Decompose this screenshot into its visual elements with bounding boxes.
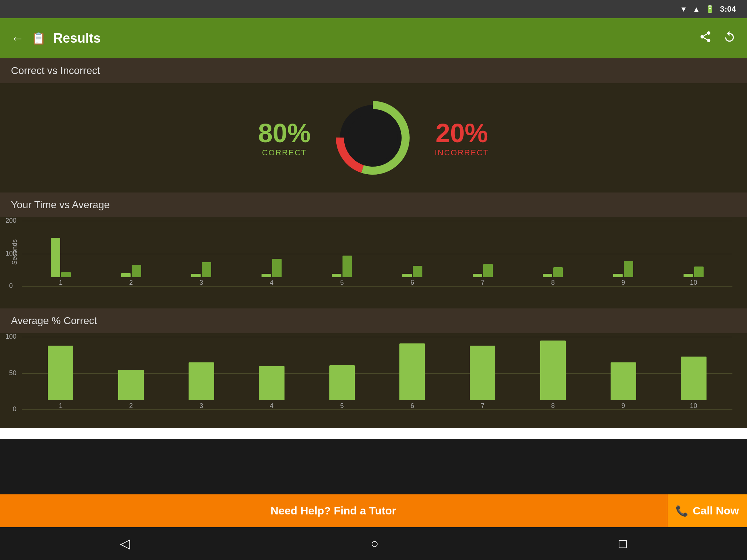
avg-bar-group: 1 bbox=[26, 337, 96, 410]
time-user-bar bbox=[543, 274, 552, 277]
page-title: Results bbox=[53, 31, 101, 46]
time-chart-area: Seconds 200 100 0 12345678910 bbox=[22, 221, 732, 301]
battery-icon: 🔋 bbox=[705, 5, 715, 13]
incorrect-label: INCORRECT bbox=[435, 148, 489, 158]
call-now-button[interactable]: 📞 Call Now bbox=[667, 494, 747, 527]
time-bar-group: 1 bbox=[26, 221, 96, 287]
avg-bar bbox=[48, 346, 73, 400]
time-bar-group: 8 bbox=[518, 221, 588, 287]
time-bar-label: 7 bbox=[481, 279, 484, 287]
home-nav-button[interactable]: ○ bbox=[371, 536, 379, 551]
time-user-bar bbox=[684, 274, 693, 277]
svg-point-3 bbox=[348, 113, 398, 163]
time-bar-group: 4 bbox=[236, 221, 307, 287]
find-tutor-text: Need Help? Find a Tutor bbox=[271, 505, 396, 517]
avg-bar-label: 5 bbox=[340, 402, 344, 410]
back-button[interactable]: ← bbox=[11, 31, 24, 46]
avg-bar-group: 7 bbox=[448, 337, 518, 410]
time-bar-label: 1 bbox=[59, 279, 62, 287]
time-user-bar bbox=[332, 274, 341, 277]
avg-bar bbox=[399, 343, 425, 400]
avg-bar bbox=[259, 366, 285, 400]
avg-bar-group: 10 bbox=[658, 337, 729, 410]
avg-bar bbox=[189, 362, 214, 400]
avg-gridline-100: 100 bbox=[5, 333, 16, 341]
time-chart-header: Your Time vs Average bbox=[0, 192, 747, 217]
incorrect-stat: 20% INCORRECT bbox=[435, 118, 489, 158]
avg-chart-area: 100 50 0 12345678910 bbox=[22, 337, 732, 424]
find-tutor-banner[interactable]: Need Help? Find a Tutor bbox=[0, 505, 667, 517]
avg-bar-group: 3 bbox=[166, 337, 237, 410]
time-bar-label: 9 bbox=[622, 279, 625, 287]
wifi-icon: ▼ bbox=[680, 5, 687, 13]
time-user-bar bbox=[402, 274, 412, 277]
time-bar-group: 10 bbox=[658, 221, 729, 287]
avg-bar-group: 9 bbox=[588, 337, 658, 410]
avg-bar-label: 8 bbox=[551, 402, 555, 410]
avg-bar bbox=[540, 341, 566, 400]
time-bar-label: 2 bbox=[129, 279, 133, 287]
avg-bar bbox=[329, 365, 355, 400]
donut-section: 80% CORRECT 20% INCORRECT bbox=[0, 83, 747, 192]
redo-button[interactable] bbox=[723, 30, 736, 47]
time-bar-group: 6 bbox=[377, 221, 448, 287]
avg-bar bbox=[470, 346, 495, 400]
time-chart-section: Seconds 200 100 0 12345678910 bbox=[0, 217, 747, 308]
time-avg-bar bbox=[694, 267, 704, 277]
correct-incorrect-header: Correct vs Incorrect bbox=[0, 58, 747, 83]
donut-chart bbox=[333, 98, 413, 178]
time-bar-group: 2 bbox=[96, 221, 166, 287]
avg-bar-group: 6 bbox=[377, 337, 448, 410]
gridline-100: 100 bbox=[5, 250, 16, 257]
avg-bar-group: 5 bbox=[307, 337, 377, 410]
time-bar-label: 5 bbox=[340, 279, 344, 287]
avg-chart-section: 100 50 0 12345678910 bbox=[0, 333, 747, 428]
results-icon: 📋 bbox=[31, 31, 46, 45]
time-avg-bar bbox=[483, 264, 493, 277]
correct-stat: 80% CORRECT bbox=[258, 118, 311, 158]
time-bar-label: 4 bbox=[270, 279, 274, 287]
avg-bar-label: 4 bbox=[270, 402, 274, 410]
gridline-200: 200 bbox=[5, 217, 16, 225]
time-avg-bar bbox=[553, 267, 563, 277]
avg-bar-label: 1 bbox=[59, 402, 62, 410]
avg-gridline-0: 0 bbox=[13, 405, 16, 413]
app-bar: ← 📋 Results bbox=[0, 18, 747, 58]
avg-bar bbox=[611, 362, 636, 400]
white-gap bbox=[0, 428, 747, 439]
time-user-bar bbox=[473, 274, 482, 277]
time-bar-group: 9 bbox=[588, 221, 658, 287]
correct-label: CORRECT bbox=[258, 148, 311, 158]
back-nav-button[interactable]: ◁ bbox=[120, 536, 130, 551]
phone-icon: 📞 bbox=[676, 505, 688, 517]
time-bar-group: 5 bbox=[307, 221, 377, 287]
time-avg-bar bbox=[413, 266, 422, 277]
time-user-bar bbox=[613, 274, 623, 277]
status-time: 3:04 bbox=[720, 4, 736, 14]
share-button[interactable] bbox=[699, 30, 712, 47]
time-avg-bar bbox=[61, 272, 71, 277]
time-bar-group: 3 bbox=[166, 221, 237, 287]
time-bar-label: 3 bbox=[200, 279, 203, 287]
avg-bar bbox=[681, 357, 707, 400]
nav-bar: ◁ ○ □ bbox=[0, 527, 747, 560]
avg-bar bbox=[118, 370, 144, 400]
time-user-bar bbox=[191, 274, 201, 277]
time-avg-bar bbox=[624, 261, 633, 277]
incorrect-percentage: 20% bbox=[435, 118, 489, 148]
call-now-text: Call Now bbox=[693, 505, 739, 517]
avg-bar-label: 9 bbox=[622, 402, 625, 410]
time-user-bar bbox=[121, 273, 131, 277]
time-bar-label: 10 bbox=[690, 279, 697, 287]
time-avg-bar bbox=[342, 256, 352, 277]
avg-bar-group: 2 bbox=[96, 337, 166, 410]
recents-nav-button[interactable]: □ bbox=[619, 536, 627, 551]
avg-bar-label: 6 bbox=[410, 402, 414, 410]
avg-bar-label: 2 bbox=[129, 402, 133, 410]
avg-bar-label: 10 bbox=[690, 402, 697, 410]
avg-bar-group: 8 bbox=[518, 337, 588, 410]
avg-bar-label: 3 bbox=[200, 402, 203, 410]
time-user-bar bbox=[262, 274, 271, 277]
bottom-banner: Need Help? Find a Tutor 📞 Call Now bbox=[0, 494, 747, 527]
avg-gridline-50: 50 bbox=[9, 369, 16, 377]
